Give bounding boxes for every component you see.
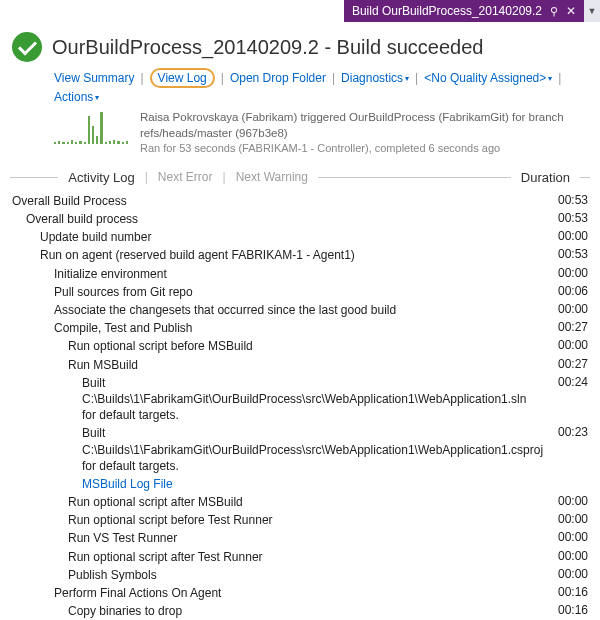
log-duration: 00:27 [540, 320, 588, 334]
link-diagnostics[interactable]: Diagnostics▾ [341, 71, 409, 85]
log-duration: 00:00 [540, 549, 588, 563]
log-duration: 00:06 [540, 284, 588, 298]
link-next-warning[interactable]: Next Warning [236, 170, 308, 184]
log-row: Run on agent (reserved build agent FABRI… [12, 247, 588, 263]
log-text: Built C:\Builds\1\FabrikamGit\OurBuildPr… [12, 425, 553, 474]
log-row: Run MSBuild00:27 [12, 357, 588, 373]
log-text: Overall Build Process [12, 193, 540, 209]
log-duration: 00:23 [553, 425, 588, 439]
highlight-view-log: View Log [150, 68, 215, 88]
build-trigger-text: Raisa Pokrovskaya (Fabrikam) triggered O… [140, 110, 588, 141]
separator: | [221, 71, 224, 85]
log-duration: 00:53 [540, 211, 588, 225]
separator: | [332, 71, 335, 85]
log-row: Overall build process00:53 [12, 211, 588, 227]
log-duration: 00:16 [540, 585, 588, 599]
link-view-summary[interactable]: View Summary [54, 71, 134, 85]
log-row: Run optional script before Test Runner00… [12, 512, 588, 528]
log-row: Run optional script after Test Runner00:… [12, 549, 588, 565]
separator: | [415, 71, 418, 85]
tab-title: Build OurBuildProcess_20140209.2 [352, 4, 542, 18]
log-row: Publish Symbols00:00 [12, 567, 588, 583]
log-text: Run VS Test Runner [12, 530, 540, 546]
activity-log: Overall Build Process00:53Overall build … [0, 191, 600, 620]
log-row: Overall Build Process00:53 [12, 193, 588, 209]
log-link[interactable]: MSBuild Log File [12, 476, 540, 492]
build-meta: Raisa Pokrovskaya (Fabrikam) triggered O… [140, 110, 588, 156]
build-timing-text: Ran for 53 seconds (FABRIKAM-1 - Control… [140, 141, 588, 156]
log-text: Compile, Test and Publish [12, 320, 540, 336]
log-duration: 00:00 [540, 302, 588, 316]
log-text: Associate the changesets that occurred s… [12, 302, 540, 318]
link-view-log[interactable]: View Log [158, 71, 207, 85]
log-duration: 00:00 [540, 229, 588, 243]
chevron-down-icon: ▾ [95, 93, 99, 102]
build-history-sparkline [54, 110, 128, 144]
log-row: Run optional script after MSBuild00:00 [12, 494, 588, 510]
log-duration: 00:00 [540, 266, 588, 280]
log-text: Built C:\Builds\1\FabrikamGit\OurBuildPr… [12, 375, 540, 424]
log-row: Run VS Test Runner00:00 [12, 530, 588, 546]
section-bar: Activity Log | Next Error | Next Warning… [0, 160, 600, 191]
link-open-drop[interactable]: Open Drop Folder [230, 71, 326, 85]
log-duration: 00:16 [540, 603, 588, 617]
log-row: Perform Final Actions On Agent00:16 [12, 585, 588, 601]
log-text: Run optional script after Test Runner [12, 549, 540, 565]
log-text: Perform Final Actions On Agent [12, 585, 540, 601]
titlebar: Build OurBuildProcess_20140209.2 ⚲ ✕ ▼ [0, 0, 600, 22]
section-duration: Duration [521, 170, 570, 185]
log-duration: 00:27 [540, 357, 588, 371]
log-text: Run optional script after MSBuild [12, 494, 540, 510]
log-text: Overall build process [12, 211, 540, 227]
log-text: Run on agent (reserved build agent FABRI… [12, 247, 540, 263]
log-row: Copy binaries to drop00:16 [12, 603, 588, 619]
window-tab[interactable]: Build OurBuildProcess_20140209.2 ⚲ ✕ [344, 0, 584, 22]
link-quality[interactable]: <No Quality Assigned>▾ [424, 71, 552, 85]
log-duration: 00:00 [540, 338, 588, 352]
close-icon[interactable]: ✕ [566, 4, 576, 18]
log-text: Initialize environment [12, 266, 540, 282]
tab-dropdown-icon[interactable]: ▼ [584, 0, 600, 22]
log-row: Update build number00:00 [12, 229, 588, 245]
header-linkbar: View Summary | View Log | Open Drop Fold… [54, 68, 588, 104]
link-next-error[interactable]: Next Error [158, 170, 213, 184]
log-row: Compile, Test and Publish00:27 [12, 320, 588, 336]
log-text: Run optional script before Test Runner [12, 512, 540, 528]
success-icon [12, 32, 42, 62]
separator: | [558, 71, 561, 85]
log-row: Built C:\Builds\1\FabrikamGit\OurBuildPr… [12, 375, 588, 424]
page-title: OurBuildProcess_20140209.2 - Build succe… [52, 36, 483, 59]
log-duration: 00:53 [540, 193, 588, 207]
log-row: MSBuild Log File [12, 476, 588, 492]
log-row: Built C:\Builds\1\FabrikamGit\OurBuildPr… [12, 425, 588, 474]
log-row: Initialize environment00:00 [12, 266, 588, 282]
log-duration: 00:24 [540, 375, 588, 389]
log-text: Run MSBuild [12, 357, 540, 373]
build-header: OurBuildProcess_20140209.2 - Build succe… [0, 22, 600, 160]
separator: | [140, 71, 143, 85]
log-duration: 00:00 [540, 567, 588, 581]
log-duration: 00:00 [540, 512, 588, 526]
pin-icon[interactable]: ⚲ [550, 5, 558, 18]
log-duration: 00:00 [540, 494, 588, 508]
link-actions[interactable]: Actions▾ [54, 90, 99, 104]
log-text: Run optional script before MSBuild [12, 338, 540, 354]
log-row: Run optional script before MSBuild00:00 [12, 338, 588, 354]
log-row: Pull sources from Git repo00:06 [12, 284, 588, 300]
log-duration: 00:53 [540, 247, 588, 261]
chevron-down-icon: ▾ [405, 74, 409, 83]
section-activity-log: Activity Log [68, 170, 134, 185]
log-duration: 00:00 [540, 530, 588, 544]
log-text: Publish Symbols [12, 567, 540, 583]
log-text: Pull sources from Git repo [12, 284, 540, 300]
log-row: Associate the changesets that occurred s… [12, 302, 588, 318]
log-text: Copy binaries to drop [12, 603, 540, 619]
chevron-down-icon: ▾ [548, 74, 552, 83]
log-text: Update build number [12, 229, 540, 245]
